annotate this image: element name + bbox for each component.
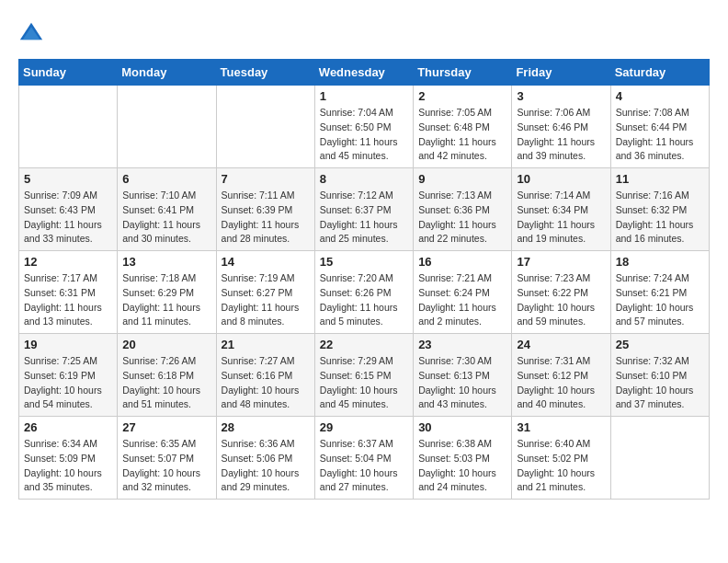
calendar-day-cell: 29Sunrise: 6:37 AMSunset: 5:04 PMDayligh… — [314, 417, 413, 500]
calendar-day-cell: 12Sunrise: 7:17 AMSunset: 6:31 PMDayligh… — [19, 251, 118, 334]
day-number: 31 — [517, 420, 605, 434]
day-number: 3 — [517, 89, 605, 103]
day-number: 2 — [418, 89, 506, 103]
calendar-day-cell: 6Sunrise: 7:10 AMSunset: 6:41 PMDaylight… — [118, 168, 216, 251]
logo — [18, 18, 48, 44]
day-number: 1 — [320, 89, 408, 103]
day-number: 21 — [222, 338, 310, 351]
day-number: 6 — [122, 172, 210, 186]
calendar-day-cell: 24Sunrise: 7:31 AMSunset: 6:12 PMDayligh… — [512, 334, 610, 417]
calendar-day-cell: 27Sunrise: 6:35 AMSunset: 5:07 PMDayligh… — [118, 417, 216, 500]
day-info: Sunrise: 7:11 AMSunset: 6:39 PMDaylight:… — [222, 189, 310, 247]
day-info: Sunrise: 7:13 AMSunset: 6:36 PMDaylight:… — [418, 189, 506, 247]
calendar-day-cell: 30Sunrise: 6:38 AMSunset: 5:03 PMDayligh… — [414, 417, 512, 500]
calendar-week-row: 1Sunrise: 7:04 AMSunset: 6:50 PMDaylight… — [19, 86, 710, 168]
calendar-day-cell: 5Sunrise: 7:09 AMSunset: 6:43 PMDaylight… — [19, 168, 118, 251]
calendar-day-cell — [118, 86, 216, 168]
calendar-day-cell: 14Sunrise: 7:19 AMSunset: 6:27 PMDayligh… — [216, 251, 314, 334]
day-number: 20 — [122, 338, 210, 351]
calendar-day-cell — [610, 417, 709, 500]
day-info: Sunrise: 7:05 AMSunset: 6:48 PMDaylight:… — [418, 106, 506, 164]
day-info: Sunrise: 7:10 AMSunset: 6:41 PMDaylight:… — [122, 189, 210, 247]
calendar-week-row: 26Sunrise: 6:34 AMSunset: 5:09 PMDayligh… — [19, 417, 710, 500]
day-info: Sunrise: 7:30 AMSunset: 6:13 PMDaylight:… — [418, 354, 506, 412]
calendar-day-cell — [19, 86, 118, 168]
day-info: Sunrise: 7:32 AMSunset: 6:10 PMDaylight:… — [616, 354, 704, 412]
day-info: Sunrise: 7:25 AMSunset: 6:19 PMDaylight:… — [24, 354, 112, 412]
calendar-day-cell: 9Sunrise: 7:13 AMSunset: 6:36 PMDaylight… — [414, 168, 512, 251]
day-number: 5 — [24, 172, 112, 186]
day-number: 18 — [616, 255, 704, 269]
calendar-day-cell: 11Sunrise: 7:16 AMSunset: 6:32 PMDayligh… — [610, 168, 709, 251]
calendar-header-row: SundayMondayTuesdayWednesdayThursdayFrid… — [19, 60, 710, 86]
day-info: Sunrise: 7:06 AMSunset: 6:46 PMDaylight:… — [517, 106, 605, 164]
day-number: 29 — [320, 420, 408, 434]
calendar-day-cell: 19Sunrise: 7:25 AMSunset: 6:19 PMDayligh… — [19, 334, 118, 417]
calendar-day-cell: 16Sunrise: 7:21 AMSunset: 6:24 PMDayligh… — [414, 251, 512, 334]
day-of-week-header: Friday — [512, 60, 610, 86]
day-number: 17 — [517, 255, 605, 269]
day-info: Sunrise: 7:26 AMSunset: 6:18 PMDaylight:… — [122, 354, 210, 412]
day-info: Sunrise: 7:19 AMSunset: 6:27 PMDaylight:… — [222, 271, 310, 329]
calendar-day-cell: 10Sunrise: 7:14 AMSunset: 6:34 PMDayligh… — [512, 168, 610, 251]
calendar-day-cell: 3Sunrise: 7:06 AMSunset: 6:46 PMDaylight… — [512, 86, 610, 168]
day-info: Sunrise: 6:37 AMSunset: 5:04 PMDaylight:… — [320, 437, 408, 495]
day-number: 14 — [222, 255, 310, 269]
day-info: Sunrise: 7:20 AMSunset: 6:26 PMDaylight:… — [320, 271, 408, 329]
day-info: Sunrise: 7:12 AMSunset: 6:37 PMDaylight:… — [320, 189, 408, 247]
calendar-day-cell: 28Sunrise: 6:36 AMSunset: 5:06 PMDayligh… — [216, 417, 314, 500]
day-info: Sunrise: 7:24 AMSunset: 6:21 PMDaylight:… — [616, 271, 704, 329]
calendar-day-cell: 18Sunrise: 7:24 AMSunset: 6:21 PMDayligh… — [610, 251, 709, 334]
calendar-day-cell: 25Sunrise: 7:32 AMSunset: 6:10 PMDayligh… — [610, 334, 709, 417]
day-info: Sunrise: 7:04 AMSunset: 6:50 PMDaylight:… — [320, 106, 408, 164]
day-info: Sunrise: 7:08 AMSunset: 6:44 PMDaylight:… — [616, 106, 704, 164]
calendar-week-row: 12Sunrise: 7:17 AMSunset: 6:31 PMDayligh… — [19, 251, 710, 334]
logo-icon — [18, 18, 44, 44]
calendar-day-cell: 20Sunrise: 7:26 AMSunset: 6:18 PMDayligh… — [118, 334, 216, 417]
day-info: Sunrise: 7:23 AMSunset: 6:22 PMDaylight:… — [517, 271, 605, 329]
day-info: Sunrise: 6:34 AMSunset: 5:09 PMDaylight:… — [24, 437, 112, 495]
day-number: 25 — [616, 338, 704, 351]
calendar-day-cell: 17Sunrise: 7:23 AMSunset: 6:22 PMDayligh… — [512, 251, 610, 334]
calendar-day-cell: 13Sunrise: 7:18 AMSunset: 6:29 PMDayligh… — [118, 251, 216, 334]
day-number: 7 — [222, 172, 310, 186]
calendar-day-cell — [216, 86, 314, 168]
calendar-day-cell: 23Sunrise: 7:30 AMSunset: 6:13 PMDayligh… — [414, 334, 512, 417]
day-of-week-header: Sunday — [19, 60, 118, 86]
day-number: 26 — [24, 420, 112, 434]
day-number: 8 — [320, 172, 408, 186]
calendar-day-cell: 22Sunrise: 7:29 AMSunset: 6:15 PMDayligh… — [314, 334, 413, 417]
day-info: Sunrise: 6:35 AMSunset: 5:07 PMDaylight:… — [122, 437, 210, 495]
day-of-week-header: Thursday — [414, 60, 512, 86]
day-info: Sunrise: 6:36 AMSunset: 5:06 PMDaylight:… — [222, 437, 310, 495]
day-number: 24 — [517, 338, 605, 351]
day-of-week-header: Saturday — [610, 60, 709, 86]
day-number: 12 — [24, 255, 112, 269]
day-number: 4 — [616, 89, 704, 103]
day-number: 30 — [418, 420, 506, 434]
day-of-week-header: Wednesday — [314, 60, 413, 86]
day-info: Sunrise: 7:29 AMSunset: 6:15 PMDaylight:… — [320, 354, 408, 412]
day-number: 13 — [122, 255, 210, 269]
calendar-day-cell: 26Sunrise: 6:34 AMSunset: 5:09 PMDayligh… — [19, 417, 118, 500]
calendar-day-cell: 15Sunrise: 7:20 AMSunset: 6:26 PMDayligh… — [314, 251, 413, 334]
day-info: Sunrise: 6:38 AMSunset: 5:03 PMDaylight:… — [418, 437, 506, 495]
day-info: Sunrise: 7:09 AMSunset: 6:43 PMDaylight:… — [24, 189, 112, 247]
calendar-day-cell: 1Sunrise: 7:04 AMSunset: 6:50 PMDaylight… — [314, 86, 413, 168]
day-info: Sunrise: 7:27 AMSunset: 6:16 PMDaylight:… — [222, 354, 310, 412]
page-header — [18, 18, 710, 44]
day-number: 16 — [418, 255, 506, 269]
day-info: Sunrise: 7:14 AMSunset: 6:34 PMDaylight:… — [517, 189, 605, 247]
calendar-day-cell: 4Sunrise: 7:08 AMSunset: 6:44 PMDaylight… — [610, 86, 709, 168]
day-info: Sunrise: 6:40 AMSunset: 5:02 PMDaylight:… — [517, 437, 605, 495]
day-number: 15 — [320, 255, 408, 269]
day-info: Sunrise: 7:21 AMSunset: 6:24 PMDaylight:… — [418, 271, 506, 329]
calendar-day-cell: 7Sunrise: 7:11 AMSunset: 6:39 PMDaylight… — [216, 168, 314, 251]
calendar-table: SundayMondayTuesdayWednesdayThursdayFrid… — [18, 59, 710, 500]
day-info: Sunrise: 7:16 AMSunset: 6:32 PMDaylight:… — [616, 189, 704, 247]
calendar-week-row: 19Sunrise: 7:25 AMSunset: 6:19 PMDayligh… — [19, 334, 710, 417]
calendar-day-cell: 21Sunrise: 7:27 AMSunset: 6:16 PMDayligh… — [216, 334, 314, 417]
day-info: Sunrise: 7:18 AMSunset: 6:29 PMDaylight:… — [122, 271, 210, 329]
calendar-day-cell: 2Sunrise: 7:05 AMSunset: 6:48 PMDaylight… — [414, 86, 512, 168]
day-of-week-header: Monday — [118, 60, 216, 86]
